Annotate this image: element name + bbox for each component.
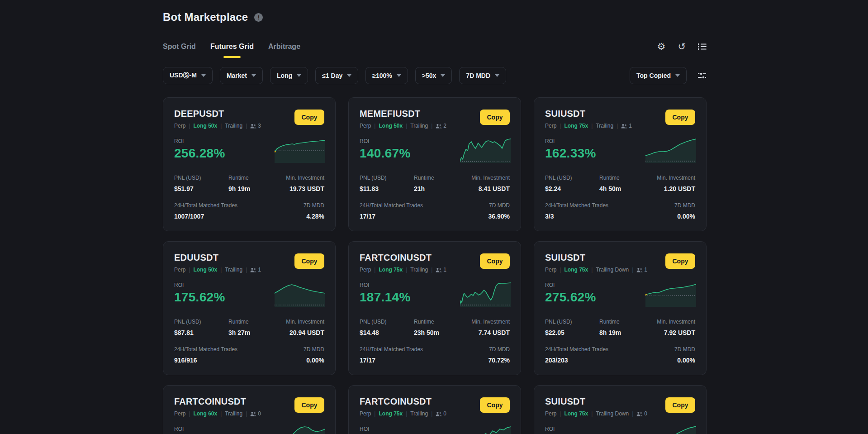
runtime-value: 3h 27m <box>228 329 286 336</box>
copy-button[interactable]: Copy <box>294 397 324 413</box>
min-investment-label: Min. Investment <box>286 319 324 325</box>
roi-label: ROI <box>545 426 555 432</box>
pnl-label: PNL (USD) <box>174 175 228 181</box>
filter-dropdown-5[interactable]: >50x <box>415 67 452 84</box>
roi-label: ROI <box>174 426 184 432</box>
sliders-filter-icon[interactable] <box>697 72 707 80</box>
copiers-icon <box>250 267 256 272</box>
runtime-label: Runtime <box>228 319 286 325</box>
bot-card-fartcoinusdt[interactable]: FARTCOINUSDTPerp|Long 60x|Trailing|0Copy… <box>163 385 336 434</box>
copiers-icon <box>436 124 442 129</box>
strategy: Trailing <box>225 123 242 129</box>
mdd-value: 0.00% <box>674 213 695 220</box>
copiers-count: 0 <box>443 410 446 417</box>
filter-dropdown-3[interactable]: ≤1 Day <box>315 67 358 84</box>
bot-card-fartcoinusdt[interactable]: FARTCOINUSDTPerp|Long 75x|Trailing|0Copy… <box>348 385 521 434</box>
chevron-down-icon <box>347 74 351 77</box>
roi-label: ROI <box>360 138 369 144</box>
copy-button[interactable]: Copy <box>665 253 695 269</box>
stats-row: PNL (USD)$51.97Runtime9h 19mMin. Investm… <box>174 175 324 192</box>
stats-row-2: 24H/Total Matched Trades3/37D MDD0.00% <box>545 202 695 220</box>
pnl-value: $51.97 <box>174 185 228 192</box>
bot-card-memefiusdt[interactable]: MEMEFIUSDTPerp|Long 50x|Trailing|2CopyRO… <box>348 97 521 231</box>
copy-button[interactable]: Copy <box>480 397 510 413</box>
copiers-count: 1 <box>644 267 647 273</box>
min-investment-label: Min. Investment <box>286 175 324 181</box>
bot-card-fartcoinusdt[interactable]: FARTCOINUSDTPerp|Long 75x|Trailing|1Copy… <box>348 241 521 375</box>
min-investment-value: 7.92 USDT <box>657 329 695 336</box>
mdd-value: 4.28% <box>304 213 324 220</box>
copiers-icon <box>250 411 256 416</box>
copy-button[interactable]: Copy <box>480 110 510 125</box>
leverage: Long 60x <box>193 410 217 417</box>
filters-row: USDⓈ-MMarketLong≤1 Day≥100%>50x7D MDD To… <box>163 67 707 84</box>
tabs-row: Spot GridFutures GridArbitrage ⚙↺ <box>163 43 707 58</box>
filter-dropdown-6[interactable]: 7D MDD <box>459 67 506 84</box>
bot-card-suiusdt[interactable]: SUIUSDTPerp|Long 75x|Trailing Down|0Copy… <box>534 385 707 434</box>
trades-label: 24H/Total Matched Trades <box>174 202 237 209</box>
min-investment-value: 1.20 USDT <box>657 185 695 192</box>
trades-value: 17/17 <box>360 357 423 364</box>
copiers: 3 <box>250 123 261 129</box>
chevron-down-icon <box>441 74 445 77</box>
roi-label: ROI <box>360 426 369 432</box>
min-investment-value: 7.74 USDT <box>471 329 510 336</box>
copy-button[interactable]: Copy <box>665 110 695 125</box>
sort-dropdown[interactable]: Top Copied <box>630 67 687 84</box>
copiers-icon <box>636 411 643 416</box>
trades-value: 203/203 <box>545 357 608 364</box>
pnl-value: $2.24 <box>545 185 599 192</box>
tab-arbitrage[interactable]: Arbitrage <box>268 43 300 58</box>
bot-card-eduusdt[interactable]: EDUUSDTPerp|Long 50x|Trailing|1CopyROI17… <box>163 241 336 375</box>
copiers-icon <box>636 267 643 272</box>
min-investment-label: Min. Investment <box>657 319 695 325</box>
mdd-label: 7D MDD <box>304 346 324 353</box>
roi-sparkline <box>275 425 325 434</box>
copy-button[interactable]: Copy <box>480 253 510 269</box>
bot-card-suiusdt[interactable]: SUIUSDTPerp|Long 75x|Trailing Down|1Copy… <box>534 241 707 375</box>
copy-button[interactable]: Copy <box>665 397 695 413</box>
stats-row: PNL (USD)$14.48Runtime23h 50mMin. Invest… <box>360 319 510 336</box>
list-icon[interactable] <box>698 43 707 50</box>
filter-dropdown-2[interactable]: Long <box>270 67 308 84</box>
contract-type: Perp <box>174 410 185 417</box>
trades-label: 24H/Total Matched Trades <box>545 346 608 353</box>
settings-icon[interactable]: ⚙ <box>657 42 666 51</box>
runtime-label: Runtime <box>228 175 286 181</box>
copiers-count: 0 <box>258 410 261 417</box>
copy-button[interactable]: Copy <box>294 253 324 269</box>
copy-button[interactable]: Copy <box>294 110 324 125</box>
copiers-icon <box>250 124 256 129</box>
filter-dropdown-4[interactable]: ≥100% <box>365 67 408 84</box>
roi-label: ROI <box>174 282 184 288</box>
strategy: Trailing <box>410 123 428 129</box>
main-content: Bot Marketplace ! Spot GridFutures GridA… <box>163 0 707 434</box>
page-header: Bot Marketplace ! <box>163 11 707 24</box>
copiers-icon <box>436 411 442 416</box>
stats-row: PNL (USD)$2.24Runtime4h 50mMin. Investme… <box>545 175 695 192</box>
leverage: Long 50x <box>193 267 217 273</box>
trades-value: 17/17 <box>360 213 423 220</box>
strategy: Trailing <box>596 123 613 129</box>
roi-value: 162.33% <box>545 146 596 161</box>
copiers-count: 1 <box>443 267 446 273</box>
filter-label: 7D MDD <box>466 72 490 79</box>
filter-dropdown-1[interactable]: Market <box>220 67 263 84</box>
tab-spot-grid[interactable]: Spot Grid <box>163 43 196 58</box>
copiers-icon <box>436 267 442 272</box>
bot-card-deepusdt[interactable]: DEEPUSDTPerp|Long 50x|Trailing|3CopyROI2… <box>163 97 336 231</box>
refresh-icon[interactable]: ↺ <box>678 42 686 51</box>
filter-dropdown-0[interactable]: USDⓈ-M <box>163 67 213 84</box>
tab-futures-grid[interactable]: Futures Grid <box>210 43 254 58</box>
mdd-label: 7D MDD <box>674 202 695 209</box>
sort-dropdown-label: Top Copied <box>636 72 671 79</box>
leverage: Long 50x <box>379 123 403 129</box>
stats-row-2: 24H/Total Matched Trades17/177D MDD36.90… <box>360 202 510 220</box>
info-icon[interactable]: ! <box>254 13 263 22</box>
runtime-value: 23h 50m <box>414 329 471 336</box>
bot-card-suiusdt[interactable]: SUIUSDTPerp|Long 75x|Trailing|1CopyROI16… <box>534 97 707 231</box>
strategy: Trailing Down <box>596 410 629 417</box>
leverage: Long 75x <box>564 123 588 129</box>
runtime-value: 9h 19m <box>228 185 286 192</box>
roi-value: 187.14% <box>360 290 411 305</box>
